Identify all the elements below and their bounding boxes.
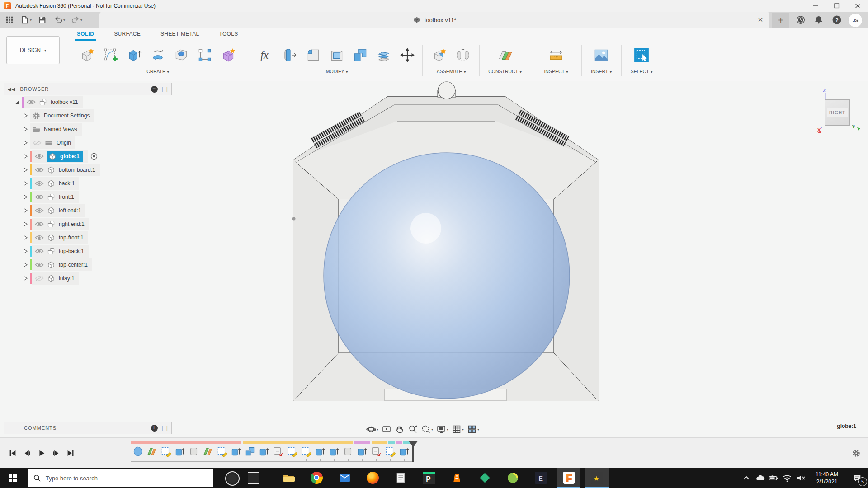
visibility-eye-off-icon[interactable] [33,140,42,145]
browser-item-right-end-1[interactable]: right end:1 [4,217,172,231]
tool-offset-face[interactable] [373,43,395,67]
timeline-go-to-start-button[interactable] [6,448,19,459]
nav-fit-button[interactable]: ▾ [421,424,433,434]
timeline-feature-sketch[interactable] [300,446,312,457]
timeline-feature-extrude[interactable] [174,446,186,457]
expand-arrow-icon[interactable] [23,194,28,200]
timeline-feature-combine[interactable] [244,446,256,457]
timeline-settings-gear-icon[interactable] [852,449,861,458]
timeline-feature-extrude[interactable] [356,446,368,457]
timeline-feature-body[interactable] [188,446,200,457]
group-label-select[interactable]: SELECT ▾ [622,69,661,74]
timeline-feature-extrude[interactable] [398,446,410,457]
tool-extrude[interactable] [123,43,145,67]
browser-item-left-end-1[interactable]: left end:1 [4,204,172,217]
taskbar-clock[interactable]: 11:40 AM 2/1/2021 [811,471,843,485]
tool-combine[interactable] [349,43,371,67]
group-label-modify[interactable]: MODIFY ▾ [252,69,421,74]
taskbar-app-blue-app[interactable] [333,468,356,488]
tool-construction-plane[interactable] [494,43,516,67]
collapse-arrow-icon[interactable] [14,99,20,105]
visibility-eye-icon[interactable] [35,181,44,186]
timeline-feature-project[interactable] [370,446,382,457]
tool-rectangular-pattern[interactable] [194,43,216,67]
tool-create-sketch[interactable] [100,43,122,67]
panel-minus-icon[interactable]: − [151,86,158,93]
timeline-group-bar[interactable] [354,441,370,444]
comments-grip-icon[interactable]: ❘❘ [160,425,170,431]
taskbar-app-dark-e-app[interactable]: E [529,468,552,488]
timeline-feature-project[interactable] [272,446,284,457]
nav-look-at-button[interactable] [382,424,392,434]
taskbar-app-lime-app[interactable] [501,468,524,488]
expand-arrow-icon[interactable] [23,113,28,118]
nav-pan-button[interactable] [395,424,405,434]
timeline-play-button[interactable] [35,448,48,459]
timeline-feature-extrude[interactable] [258,446,270,457]
tool-joint[interactable] [452,43,474,67]
taskbar-app-fusion-360[interactable] [557,468,580,488]
timeline-go-to-end-button[interactable] [64,448,77,459]
taskbar-app-notepad[interactable] [389,468,412,488]
tool-insert-image[interactable] [590,43,612,67]
visibility-eye-icon[interactable] [35,154,44,159]
group-label-create[interactable]: CREATE ▾ [67,69,249,74]
taskbar-app-v-app[interactable] [445,468,468,488]
tool-measure[interactable] [545,43,567,67]
visibility-eye-off-icon[interactable] [35,276,44,281]
timeline-feature-sketch[interactable] [286,446,298,457]
redo-caret-icon[interactable]: ▾ [80,18,82,22]
timeline-feature-plane[interactable] [202,446,214,457]
user-avatar[interactable]: JS [848,13,863,28]
new-tab-button[interactable]: + [772,13,789,28]
tool-new-component[interactable] [76,43,98,67]
file-caret-icon[interactable]: ▾ [30,18,32,22]
expand-arrow-icon[interactable] [23,235,28,240]
tool-move-copy[interactable] [396,43,418,67]
browser-item-globe-1[interactable]: globe:1 [4,150,172,163]
timeline-group-bar[interactable] [131,441,241,444]
timeline-feature-sketch[interactable] [384,446,396,457]
expand-arrow-icon[interactable] [23,249,28,254]
browser-item-front-1[interactable]: front:1 [4,190,172,204]
tool-hole[interactable] [170,43,192,67]
save-button[interactable] [36,14,48,26]
maximize-button[interactable] [826,0,847,12]
tray-wifi-icon[interactable] [780,468,794,488]
app-grid-button[interactable] [4,14,15,26]
tray-volume-muted-icon[interactable] [794,468,807,488]
job-status-icon[interactable] [796,15,806,25]
globe-sphere[interactable] [324,153,570,399]
expand-arrow-icon[interactable] [23,276,28,281]
close-tab-icon[interactable]: ✕ [756,15,765,24]
timeline-feature-sphere[interactable] [132,446,144,457]
tool-revolve[interactable] [147,43,169,67]
action-center-button[interactable]: 5 [846,468,868,488]
taskbar-app-star-app[interactable]: ★ [585,468,609,488]
browser-item-toolbox-v11[interactable]: toolbox v11 [4,95,172,109]
3d-viewport[interactable]: ◀◀ BROWSER − ❘❘ toolbox v11Document Sett… [0,81,868,437]
tab-sheet-metal[interactable]: SHEET METAL [159,29,201,41]
tab-surface[interactable]: SURFACE [112,29,142,41]
browser-item-origin[interactable]: Origin [4,136,172,150]
expand-arrow-icon[interactable] [23,181,28,186]
expand-arrow-icon[interactable] [23,221,28,227]
browser-header[interactable]: ◀◀ BROWSER − ❘❘ [4,83,172,95]
visibility-eye-icon[interactable] [35,167,44,173]
viewcube[interactable]: RIGHT Z Y X [816,87,867,137]
taskbar-search-input[interactable]: Type here to search [28,469,213,487]
taskbar-app-file-explorer[interactable] [277,468,300,488]
tab-tools[interactable]: TOOLS [217,29,240,41]
tool-assemble-new-component[interactable] [429,43,450,67]
browser-item-top-back-1[interactable]: top-back:1 [4,244,172,258]
browser-item-top-center-1[interactable]: top-center:1 [4,258,172,272]
tray-battery-icon[interactable] [767,468,780,488]
timeline-group-bar[interactable] [396,441,402,444]
tool-primitive-box[interactable] [217,43,239,67]
nav-orbit-button[interactable]: ▾ [366,424,378,434]
origin-point[interactable] [292,217,296,221]
timeline-feature-extrude[interactable] [328,446,340,457]
timeline-group-bar[interactable] [243,441,353,444]
taskbar-app-chrome[interactable] [305,468,328,488]
timeline-feature-extrude[interactable] [230,446,242,457]
